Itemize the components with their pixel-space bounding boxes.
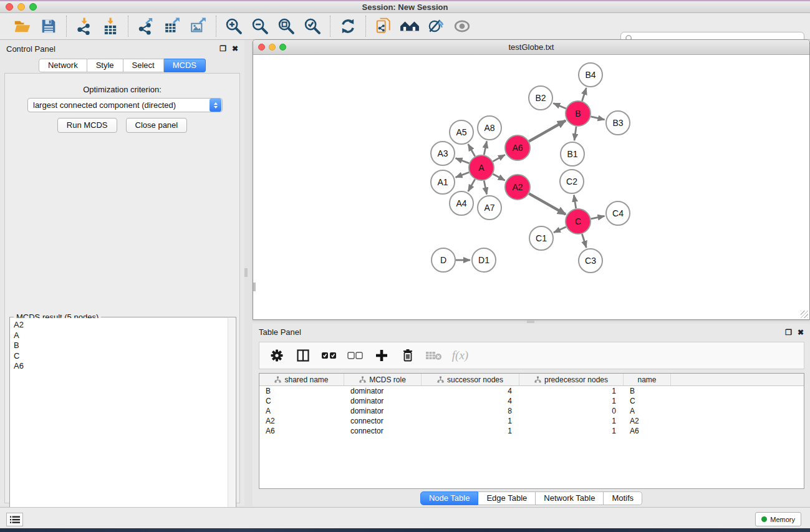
mcds-result-item[interactable]: A2: [14, 320, 228, 331]
cell-successor-nodes[interactable]: 1: [422, 417, 519, 425]
edge-A-A7[interactable]: [484, 181, 486, 195]
tab-select[interactable]: Select: [123, 59, 164, 72]
mcds-result-item[interactable]: A: [14, 331, 228, 341]
show-graphics-icon[interactable]: [451, 16, 473, 37]
cell-MCDS-role[interactable]: connector: [344, 417, 422, 425]
cell-name[interactable]: C: [624, 397, 671, 405]
cell-successor-nodes[interactable]: 8: [422, 407, 519, 415]
cell-name[interactable]: A: [624, 407, 671, 415]
cell-predecessor-nodes[interactable]: 1: [519, 417, 624, 425]
edge-C-C1[interactable]: [554, 227, 566, 233]
zoom-out-icon[interactable]: [249, 16, 271, 37]
cell-predecessor-nodes[interactable]: 1: [519, 397, 624, 405]
cell-MCDS-role[interactable]: dominator: [344, 387, 422, 395]
column-header-successor-nodes[interactable]: successor nodes: [422, 374, 519, 385]
edge-C-C3[interactable]: [582, 234, 586, 248]
tab-mcds[interactable]: MCDS: [164, 59, 206, 72]
cell-shared-name[interactable]: A2: [259, 417, 344, 425]
cell-shared-name[interactable]: A6: [259, 427, 344, 435]
edge-B-B1[interactable]: [574, 127, 576, 140]
column-header-name[interactable]: name: [624, 374, 671, 385]
table-row[interactable]: Adominator80A: [259, 406, 804, 416]
criterion-dropdown[interactable]: largest connected component (directed): [27, 98, 223, 112]
cell-successor-nodes[interactable]: 1: [422, 427, 519, 435]
new-session-icon[interactable]: [372, 16, 395, 37]
mcds-result-item[interactable]: B: [14, 341, 228, 351]
export-network-icon[interactable]: [135, 16, 157, 37]
column-layout-icon[interactable]: [293, 345, 313, 366]
cell-predecessor-nodes[interactable]: 1: [519, 387, 624, 395]
delete-table-icon[interactable]: [424, 345, 444, 366]
pane-divider-handle[interactable]: [527, 320, 534, 323]
close-panel-icon[interactable]: ✖: [232, 45, 238, 52]
mcds-result-scrollbar[interactable]: [228, 318, 235, 530]
column-header-MCDS-role[interactable]: MCDS role: [344, 374, 422, 385]
mcds-result-item[interactable]: A6: [14, 361, 228, 372]
close-panel-icon[interactable]: ✖: [798, 329, 804, 336]
column-header-predecessor-nodes[interactable]: predecessor nodes: [519, 374, 624, 385]
network-scrollbar-nub[interactable]: [253, 283, 256, 291]
save-session-icon[interactable]: [37, 16, 60, 37]
float-panel-icon[interactable]: ❐: [785, 329, 792, 336]
edge-C-C4[interactable]: [591, 216, 605, 218]
zoom-fit-icon[interactable]: [275, 16, 297, 37]
edge-C-C2[interactable]: [574, 195, 576, 209]
tab-style[interactable]: Style: [87, 59, 123, 72]
edge-B-B4[interactable]: [582, 88, 586, 101]
network-graph[interactable]: B4B2BB3A8A5A6A3B1AA1C2A2A4A7C4CC1C3DD1: [253, 55, 809, 319]
export-image-icon[interactable]: [187, 16, 210, 37]
close-panel-button[interactable]: Close panel: [126, 118, 188, 133]
cell-successor-nodes[interactable]: 4: [422, 387, 519, 395]
cell-shared-name[interactable]: B: [259, 387, 344, 395]
refresh-icon[interactable]: [337, 16, 359, 37]
mcds-result-item[interactable]: C: [14, 351, 228, 362]
table-row[interactable]: Cdominator41C: [259, 396, 804, 406]
edge-A-A3[interactable]: [456, 158, 470, 163]
tab-motifs[interactable]: Motifs: [604, 491, 642, 505]
cell-predecessor-nodes[interactable]: 1: [519, 427, 624, 435]
hide-graphics-icon[interactable]: [425, 16, 447, 37]
edge-B-B2[interactable]: [553, 103, 566, 108]
cell-name[interactable]: B: [624, 387, 671, 395]
edge-A-A4[interactable]: [468, 179, 475, 191]
delete-column-icon[interactable]: [398, 345, 418, 366]
function-builder-icon[interactable]: f(x): [450, 345, 470, 366]
select-all-checkboxes-icon[interactable]: [319, 345, 339, 366]
edge-A-A5[interactable]: [468, 144, 475, 157]
edge-A-A1[interactable]: [456, 172, 470, 177]
network-list-button[interactable]: [6, 513, 23, 526]
tab-network[interactable]: Network: [39, 59, 87, 72]
open-session-icon[interactable]: [11, 16, 34, 37]
column-header-shared-name[interactable]: shared name: [259, 374, 344, 385]
edge-A-A8[interactable]: [484, 142, 486, 155]
deselect-all-checkboxes-icon[interactable]: [345, 345, 365, 366]
table-row[interactable]: A2connector11A2: [259, 416, 804, 426]
export-table-icon[interactable]: [161, 16, 183, 37]
table-row[interactable]: Bdominator41B: [259, 386, 804, 396]
network-canvas[interactable]: B4B2BB3A8A5A6A3B1AA1C2A2A4A7C4CC1C3DD1: [253, 55, 809, 319]
cell-successor-nodes[interactable]: 4: [422, 397, 519, 405]
tab-network-table[interactable]: Network Table: [536, 491, 604, 505]
edge-A-A6[interactable]: [493, 155, 504, 162]
network-window-titlebar[interactable]: testGlobe.txt: [253, 40, 809, 55]
zoom-in-icon[interactable]: [223, 16, 245, 37]
edge-A2-C[interactable]: [529, 193, 566, 214]
pane-divider-handle[interactable]: [244, 268, 248, 277]
settings-gear-icon[interactable]: [267, 345, 287, 366]
cell-name[interactable]: A6: [624, 427, 671, 435]
network-resize-handle[interactable]: [801, 311, 808, 318]
cell-MCDS-role[interactable]: connector: [344, 427, 422, 435]
cell-MCDS-role[interactable]: dominator: [344, 397, 422, 405]
import-network-icon[interactable]: [73, 16, 95, 37]
cell-name[interactable]: A2: [624, 417, 671, 425]
home-icon[interactable]: [398, 16, 421, 37]
memory-button[interactable]: Memory: [755, 512, 801, 526]
zoom-selected-icon[interactable]: [301, 16, 324, 37]
table-row[interactable]: A6connector11A6: [259, 426, 804, 436]
edge-A6-B[interactable]: [529, 120, 566, 141]
add-column-icon[interactable]: [372, 345, 392, 366]
tab-edge-table[interactable]: Edge Table: [478, 491, 536, 505]
import-table-icon[interactable]: [99, 16, 122, 37]
float-panel-icon[interactable]: ❐: [219, 45, 226, 52]
edge-A-A2[interactable]: [493, 174, 505, 180]
